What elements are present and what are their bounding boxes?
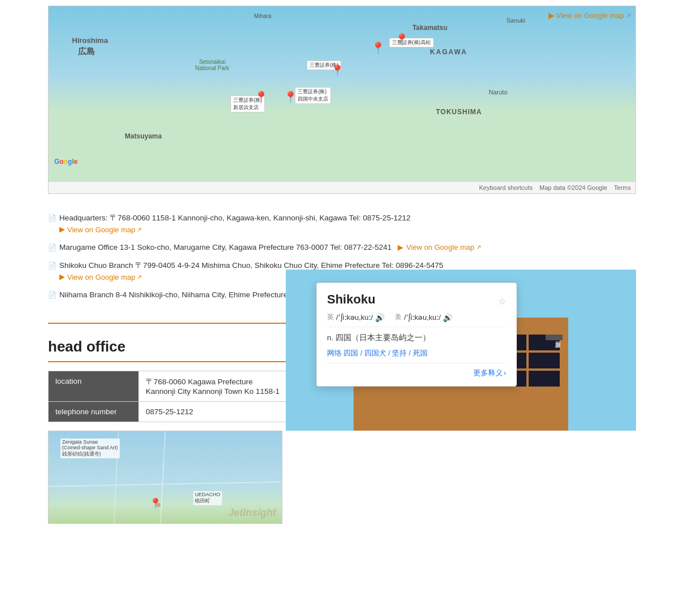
dict-english-label: 英 [327,313,334,322]
dict-network: 网络 四国 / 四国犬 / 坚持 / 死国 [327,349,506,358]
map-pin-1: 📍 [371,41,385,55]
map-label-matsuyama: Matsuyama [125,132,162,140]
map-pin-4: 📍 [254,90,268,104]
location-item-marugame: 📄 Marugame Office 13-1 Soko-cho, Marugam… [48,241,636,254]
view-google-map-label: View on Google map [556,11,624,20]
window [529,371,560,387]
office-map-bg: Zenigata Sunae(Coined-shape Sand Art)銭形砂… [49,431,282,523]
map-pin-3: 📍 [284,90,298,104]
map-pin-2: 📍 [330,64,345,77]
terms-label: Terms [614,184,631,191]
marugame-map-arrow: ▶ [398,243,403,251]
hq-view-map-link[interactable]: View on Google map ↗ [67,225,142,234]
dict-english-audio-icon[interactable]: 🔊 [375,313,385,322]
map-label-naruto: Naruto [489,89,507,96]
map-section: ▶ View on Google map ↗ Hiroshima 広島 Taka… [0,0,684,205]
dict-divider-2 [327,363,506,363]
map-water-bg [49,6,635,181]
dict-star-icon[interactable]: ☆ [498,296,506,307]
map-label-tokushima: TOKUSHIMA [436,108,482,116]
hq-map-link-row: ▶ View on Google map ↗ [48,224,636,234]
dict-phonetic-american: 美 /ˈʃiːkəu,kuː/ 🔊 [395,313,452,322]
location-text-headquarters: 📄 Headquarters: 〒768-0060 1158-1 Kannonj… [48,213,636,223]
location-icon-shikoku-chuo: 📄 [48,262,56,270]
map-container: ▶ View on Google map ↗ Hiroshima 広島 Taka… [48,6,636,194]
svg-line-0 [49,482,282,487]
niihama-text: Niihama Branch 8-4 Nishikikoji-cho, Niih… [59,290,287,299]
dict-american-audio-icon[interactable]: 🔊 [443,313,452,322]
dict-american-label: 美 [395,313,402,322]
dict-phonetic-english: 英 /ˈʃiːkəu,kuː/ 🔊 [327,313,385,322]
dict-american-phonetic: /ˈʃiːkəu,kuː/ [404,313,441,322]
dict-pos: n. [327,333,333,342]
map-label-takamatsu: Takamatsu [412,24,447,32]
map-footer: Keyboard shortcuts Map data ©2024 Google… [49,181,635,193]
marugame-view-map-link[interactable]: View on Google map ↗ [406,243,481,251]
dict-phonetic-row: 英 /ˈʃiːkəu,kuː/ 🔊 美 /ˈʃiːkəu,kuː/ 🔊 [327,313,506,322]
office-map-thumbnail: Zenigata Sunae(Coined-shape Sand Art)銭形砂… [48,431,282,524]
map-label-kagawa: KAGAWA [430,48,467,56]
hq-external-icon: ↗ [137,226,142,233]
map-pin-5: 📍 [395,33,409,46]
location-item-headquarters: 📄 Headquarters: 〒768-0060 1158-1 Kannonj… [48,211,636,236]
keyboard-shortcuts-label: Keyboard shortcuts [479,184,533,191]
dict-def-text: 四国（日本主要岛屿之一） [336,333,430,342]
pin-label-3: 三豊証券(株)四国中央支店 [295,87,331,104]
marugame-external-icon: ↗ [476,244,481,251]
map-label-hiroshima-ja: 広島 [78,46,95,57]
hq-map-arrow: ▶ [59,225,65,233]
shikoku-chuo-view-map-link[interactable]: View on Google map ↗ [67,273,142,281]
headquarters-text: Headquarters: 〒768-0060 1158-1 Kannonji-… [59,213,411,223]
location-icon-hq: 📄 [48,214,56,222]
map-image: Hiroshima 広島 Takamatsu KAGAWA Matsuyama … [49,6,635,181]
shikoku-chuo-map-link-text: View on Google map [67,273,135,281]
map-label-mihara: Mihara [254,13,272,19]
dict-chevron-icon: › [504,368,506,377]
dict-network-values: 四国 / 四国犬 / 坚持 / 死国 [343,349,427,357]
telephone-label: telephone number [49,402,139,422]
building-sign: 三豊証 [546,335,563,340]
location-text-marugame: 📄 Marugame Office 13-1 Soko-cho, Marugam… [48,243,636,251]
dictionary-popup: Shikoku ☆ 英 /ˈʃiːkəu,kuː/ 🔊 美 /ˈʃiːkəu,k… [316,283,517,387]
dict-more-link[interactable]: 更多释义 › [327,368,506,378]
map-data-label: Map data ©2024 Google [539,184,607,191]
dict-english-phonetic: /ˈʃiːkəu,kuː/ [336,313,373,322]
shikoku-chuo-map-arrow: ▶ [59,272,65,281]
office-map-pin: 📍 [149,497,162,510]
page-wrapper: ▶ View on Google map ↗ Hiroshima 広島 Taka… [0,0,684,535]
view-on-google-map-top-link[interactable]: ▶ View on Google map ↗ [548,11,631,20]
map-label-sanuki: Sanuki [506,17,525,24]
map-label-park: SetonaikaiNational Park [195,59,229,71]
location-icon-marugame: 📄 [48,244,56,251]
location-label: location [49,371,139,402]
location-icon-niihama: 📄 [48,291,56,299]
dict-definition: n. 四国（日本主要岛屿之一） [327,332,506,344]
marugame-text: Marugame Office 13-1 Soko-cho, Marugame … [59,243,391,251]
window [529,353,560,368]
svg-line-2 [114,431,119,523]
dict-network-label: 网络 [327,349,342,357]
external-link-icon: ↗ [626,12,631,19]
office-map-roads-svg [49,431,282,523]
map-label-hiroshima-en: Hiroshima [72,36,108,45]
google-logo: Google [54,157,77,166]
dict-more-label: 更多释义 [473,368,503,378]
dict-word: Shikoku [327,292,376,307]
dict-divider [327,327,506,327]
hq-map-link-text: View on Google map [67,225,135,234]
shikoku-chuo-external-icon: ↗ [137,274,142,281]
marugame-map-link-text: View on Google map [406,243,474,251]
